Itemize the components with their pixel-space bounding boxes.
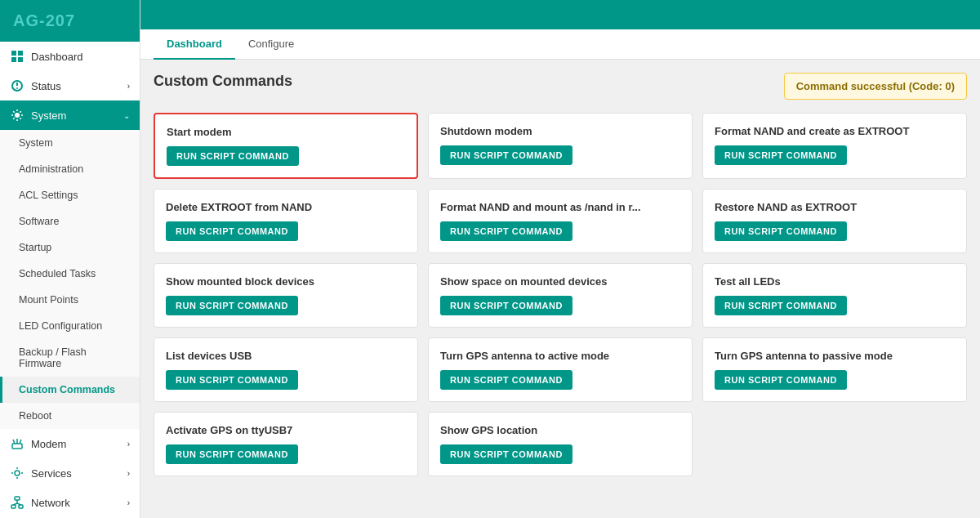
sub-label-software: Software <box>19 216 59 227</box>
command-title-gps-active: Turn GPS antenna to active mode <box>440 350 680 362</box>
command-title-start-modem: Start modem <box>167 126 405 138</box>
command-title-restore-nand: Restore NAND as EXTROOT <box>715 201 955 213</box>
run-btn-gps-passive[interactable]: RUN SCRIPT COMMAND <box>715 370 847 390</box>
svg-rect-8 <box>12 444 22 449</box>
page-header: Custom Commands Command successful (Code… <box>154 73 967 100</box>
command-title-shutdown-modem: Shutdown modem <box>440 125 680 137</box>
dashboard-icon <box>10 49 24 64</box>
sidebar-item-services[interactable]: Services › <box>0 458 140 488</box>
chevron-system: ⌄ <box>123 111 130 120</box>
command-card-list-usb: List devices USBRUN SCRIPT COMMAND <box>154 337 418 402</box>
command-title-show-mounted-block: Show mounted block devices <box>166 275 406 288</box>
command-card-shutdown-modem: Shutdown modemRUN SCRIPT COMMAND <box>428 113 693 179</box>
sidebar-label-status: Status <box>31 80 61 92</box>
sub-label-administration: Administration <box>19 163 83 175</box>
sub-label-scheduled: Scheduled Tasks <box>19 268 96 279</box>
command-title-gps-passive: Turn GPS antenna to passive mode <box>715 350 955 362</box>
command-title-delete-extroot: Delete EXTROOT from NAND <box>166 201 406 213</box>
svg-point-7 <box>15 113 20 118</box>
command-card-start-modem: Start modemRUN SCRIPT COMMAND <box>154 113 418 179</box>
sidebar-sub-mount[interactable]: Mount Points <box>0 287 140 313</box>
run-btn-show-mounted-block[interactable]: RUN SCRIPT COMMAND <box>166 296 298 315</box>
svg-rect-13 <box>15 497 20 500</box>
system-submenu: System Administration ACL Settings Softw… <box>0 130 140 429</box>
sub-label-startup: Startup <box>19 242 51 253</box>
command-title-format-nand-extroot: Format NAND and create as EXTROOT <box>715 125 955 137</box>
sidebar-item-status[interactable]: Status › <box>0 71 140 100</box>
command-title-show-space-mounted: Show space on mounted devices <box>440 275 680 288</box>
command-card-gps-active: Turn GPS antenna to active modeRUN SCRIP… <box>428 337 693 402</box>
system-icon <box>10 108 24 123</box>
sidebar-label-dashboard: Dashboard <box>31 51 83 63</box>
sidebar-item-modem[interactable]: Modem › <box>0 429 140 458</box>
sidebar-sub-backup[interactable]: Backup / Flash Firmware <box>0 339 140 377</box>
command-title-list-usb: List devices USB <box>166 350 406 362</box>
main-content: Dashboard Configure Custom Commands Comm… <box>140 0 980 518</box>
sub-label-mount: Mount Points <box>19 294 78 306</box>
run-btn-restore-nand[interactable]: RUN SCRIPT COMMAND <box>715 221 847 241</box>
run-btn-gps-active[interactable]: RUN SCRIPT COMMAND <box>440 370 572 390</box>
page-title: Custom Commands <box>154 73 292 90</box>
sub-label-system: System <box>19 137 53 149</box>
sub-label-led: LED Configuration <box>19 320 102 332</box>
tab-configure[interactable]: Configure <box>235 29 307 60</box>
command-title-format-nand-mount: Format NAND and mount as /nand in r... <box>440 201 680 213</box>
sub-label-reboot: Reboot <box>19 410 51 422</box>
chevron-status: › <box>127 82 130 91</box>
command-card-restore-nand: Restore NAND as EXTROOTRUN SCRIPT COMMAN… <box>702 189 967 253</box>
svg-rect-3 <box>18 57 23 62</box>
command-card-format-nand-extroot: Format NAND and create as EXTROOTRUN SCR… <box>702 113 967 179</box>
command-card-show-gps: Show GPS locationRUN SCRIPT COMMAND <box>428 412 693 476</box>
run-btn-activate-gps[interactable]: RUN SCRIPT COMMAND <box>166 444 298 464</box>
sidebar-sub-custom-commands[interactable]: Custom Commands <box>0 377 140 403</box>
sidebar-sub-scheduled[interactable]: Scheduled Tasks <box>0 261 140 287</box>
run-btn-start-modem[interactable]: RUN SCRIPT COMMAND <box>167 146 299 166</box>
run-btn-format-nand-extroot[interactable]: RUN SCRIPT COMMAND <box>715 145 847 165</box>
sidebar-label-services: Services <box>31 467 72 480</box>
tab-dashboard[interactable]: Dashboard <box>154 29 235 60</box>
command-card-test-all-leds: Test all LEDsRUN SCRIPT COMMAND <box>702 263 967 328</box>
command-card-delete-extroot: Delete EXTROOT from NANDRUN SCRIPT COMMA… <box>154 189 418 253</box>
svg-rect-15 <box>19 505 23 508</box>
svg-line-18 <box>17 503 21 505</box>
sidebar-sub-acl[interactable]: ACL Settings <box>0 182 140 208</box>
sidebar-label-system: System <box>31 109 66 122</box>
svg-rect-1 <box>18 51 23 56</box>
command-title-show-gps: Show GPS location <box>440 424 680 436</box>
run-btn-show-gps[interactable]: RUN SCRIPT COMMAND <box>440 444 572 464</box>
run-btn-show-space-mounted[interactable]: RUN SCRIPT COMMAND <box>440 296 572 315</box>
run-btn-format-nand-mount[interactable]: RUN SCRIPT COMMAND <box>440 221 572 241</box>
sidebar-item-dashboard[interactable]: Dashboard <box>0 42 140 71</box>
modem-icon <box>10 436 24 451</box>
chevron-services: › <box>127 469 130 478</box>
sidebar-sub-software[interactable]: Software <box>0 208 140 234</box>
sidebar-sub-administration[interactable]: Administration <box>0 156 140 182</box>
sidebar-sub-startup[interactable]: Startup <box>0 234 140 261</box>
sidebar-sub-led[interactable]: LED Configuration <box>0 313 140 339</box>
sidebar-item-system[interactable]: System ⌄ <box>0 100 140 130</box>
svg-rect-2 <box>11 57 16 62</box>
svg-point-12 <box>15 471 20 476</box>
run-btn-delete-extroot[interactable]: RUN SCRIPT COMMAND <box>166 221 298 241</box>
command-title-activate-gps: Activate GPS on ttyUSB7 <box>166 424 406 436</box>
command-title-test-all-leds: Test all LEDs <box>715 275 955 288</box>
run-btn-test-all-leds[interactable]: RUN SCRIPT COMMAND <box>715 296 847 315</box>
tabs-bar: Dashboard Configure <box>140 29 980 60</box>
chevron-modem: › <box>127 440 130 449</box>
sidebar: AG-207 Dashboard Status › System ⌄ Syste… <box>0 0 140 518</box>
app-title: AG-207 <box>0 0 140 42</box>
svg-rect-0 <box>11 51 16 56</box>
success-badge: Command successful (Code: 0) <box>784 73 967 100</box>
sidebar-sub-reboot[interactable]: Reboot <box>0 403 140 429</box>
run-btn-shutdown-modem[interactable]: RUN SCRIPT COMMAND <box>440 145 572 165</box>
status-icon <box>10 78 24 93</box>
command-card-show-mounted-block: Show mounted block devicesRUN SCRIPT COM… <box>154 263 418 328</box>
sidebar-item-network[interactable]: Network › <box>0 488 140 517</box>
sub-label-custom-commands: Custom Commands <box>19 384 115 395</box>
topbar <box>140 0 980 29</box>
sub-label-backup: Backup / Flash Firmware <box>19 346 130 369</box>
sidebar-sub-system[interactable]: System <box>0 130 140 156</box>
command-card-format-nand-mount: Format NAND and mount as /nand in r...RU… <box>428 189 693 253</box>
run-btn-list-usb[interactable]: RUN SCRIPT COMMAND <box>166 370 298 390</box>
svg-point-6 <box>16 87 18 89</box>
